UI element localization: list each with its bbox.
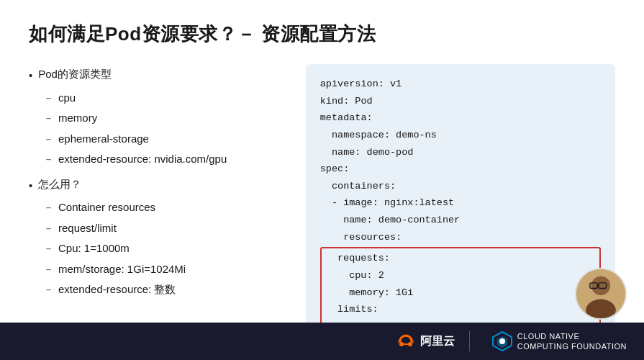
item-request-limit: request/limit (58, 218, 117, 239)
list-item: － mem/storage: 1Gi=1024Mi (43, 259, 284, 280)
list-item: － memory (43, 108, 284, 129)
cloudnative-logo: CLOUD NATIVE COMPUTING FOUNDATION (491, 330, 627, 352)
list-item: － request/limit (43, 218, 284, 239)
footer-separator (469, 331, 470, 351)
code-line: containers: (320, 178, 601, 195)
dash-icon: － (43, 238, 54, 259)
code-line: apiversion: v1 (320, 76, 601, 93)
section2-items: － Container resources － request/limit － … (43, 197, 284, 300)
code-line: kind: Pod (320, 93, 601, 110)
code-line: metadata: (320, 109, 601, 127)
dash-icon: － (43, 129, 54, 150)
slide-title: 如何满足Pod资源要求？－ 资源配置方法 (29, 22, 615, 47)
code-line: resources: (320, 229, 601, 246)
svg-point-1 (591, 276, 610, 294)
section2-label: 怎么用？ (38, 174, 81, 195)
slide-container: 如何满足Pod资源要求？－ 资源配置方法 • Pod的资源类型 － cpu － … (0, 0, 644, 360)
section1-header: • Pod的资源类型 (29, 64, 284, 86)
cloudnative-text: CLOUD NATIVE COMPUTING FOUNDATION (517, 331, 627, 352)
dash-icon: － (43, 259, 54, 280)
bullet-dot-2: • (29, 176, 32, 197)
code-line: - image: nginx:latest (320, 194, 601, 212)
bullet-dot-1: • (29, 66, 32, 86)
code-line: namespace: demo-ns (320, 127, 601, 144)
code-line: cpu: 2 (326, 267, 595, 284)
left-panel: • Pod的资源类型 － cpu － memory － ephemeral-st… (29, 64, 284, 300)
list-item: － extended-resource: 整数 (43, 279, 284, 300)
code-line: spec: (320, 161, 601, 178)
code-line: name: demo-pod (320, 144, 601, 161)
list-item: － Cpu: 1=1000m (43, 238, 284, 259)
list-item: － ephemeral-storage (43, 129, 284, 150)
dash-icon: － (43, 218, 54, 239)
dash-icon: － (43, 108, 54, 129)
item-container-resources: Container resources (58, 197, 155, 218)
code-panel: apiversion: v1 kind: Pod metadata: names… (306, 64, 615, 360)
section1-label: Pod的资源类型 (38, 64, 112, 85)
cloudnative-line1: CLOUD NATIVE (517, 331, 627, 341)
dash-icon: － (43, 149, 54, 170)
footer: 阿里云 CLOUD NATIVE COMPUTING FOUNDATION (0, 323, 644, 360)
item-extended: extended-resource: nvidia.com/gpu (58, 149, 227, 170)
dash-icon: － (43, 88, 54, 109)
list-item: － extended-resource: nvidia.com/gpu (43, 149, 284, 170)
avatar (575, 268, 627, 320)
aliyun-text: 阿里云 (420, 334, 455, 349)
code-line: requests: (326, 250, 595, 267)
content-area: • Pod的资源类型 － cpu － memory － ephemeral-st… (29, 64, 615, 360)
cncf-icon (491, 330, 513, 352)
item-cpu-unit: Cpu: 1=1000m (58, 238, 130, 259)
code-line: name: demo-container (320, 212, 601, 229)
section2-header: • 怎么用？ (29, 174, 284, 197)
svg-point-11 (499, 338, 505, 344)
item-cpu: cpu (58, 88, 76, 109)
item-ephemeral: ephemeral-storage (58, 129, 149, 150)
list-item: － cpu (43, 88, 284, 109)
dash-icon: － (43, 197, 54, 218)
aliyun-logo: 阿里云 (396, 333, 455, 350)
section1-items: － cpu － memory － ephemeral-storage － ext… (43, 88, 284, 170)
list-item: － Container resources (43, 197, 284, 218)
code-line: limits: (326, 301, 595, 318)
svg-rect-8 (402, 343, 410, 345)
avatar-image (576, 269, 625, 318)
aliyun-icon (396, 333, 416, 350)
item-memory: memory (58, 108, 97, 129)
cloudnative-line2: COMPUTING FOUNDATION (517, 341, 627, 351)
item-mem-storage: mem/storage: 1Gi=1024Mi (58, 259, 186, 280)
dash-icon: － (43, 279, 54, 300)
code-line: memory: 1Gi (326, 284, 595, 302)
item-extended-int: extended-resource: 整数 (58, 279, 176, 300)
